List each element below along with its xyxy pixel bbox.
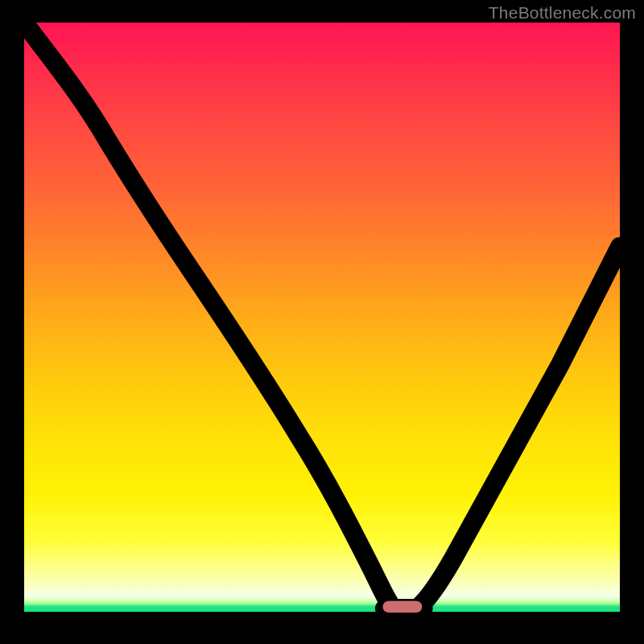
watermark-text: TheBottleneck.com bbox=[489, 3, 636, 23]
plot-area bbox=[24, 23, 620, 612]
bottleneck-curve bbox=[24, 23, 620, 609]
chart-root: TheBottleneck.com bbox=[0, 0, 644, 644]
curve-layer bbox=[24, 23, 620, 612]
optimal-point-pill bbox=[382, 601, 422, 613]
